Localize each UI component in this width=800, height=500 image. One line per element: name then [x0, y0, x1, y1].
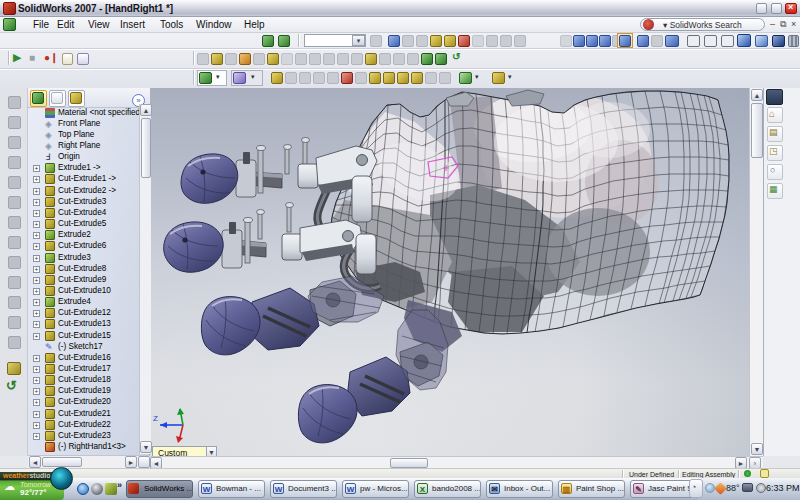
svg-text:Z: Z [153, 414, 158, 423]
